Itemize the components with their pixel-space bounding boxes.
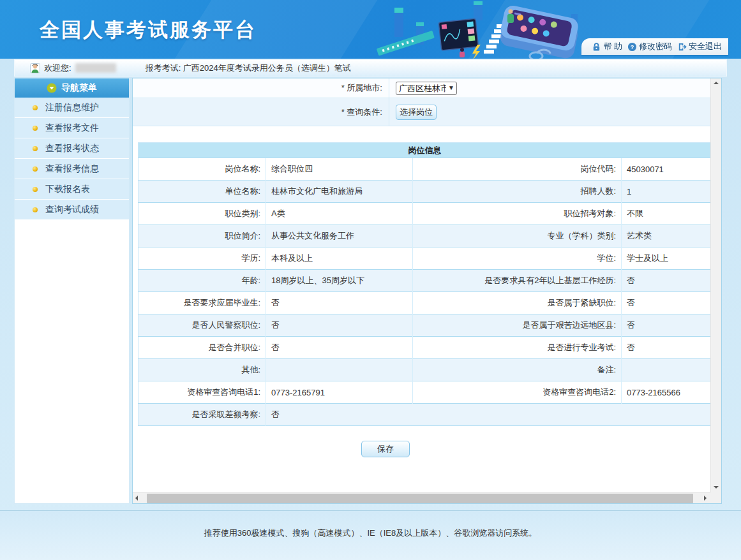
field-label: 职位招考对象: (413, 203, 622, 225)
exam-info: 报考考试: 广西2024年度考试录用公务员（选调生）笔试 (146, 63, 351, 74)
field-label: 职位类别: (138, 203, 266, 225)
field-value: 否 (266, 314, 413, 337)
bullet-icon (33, 105, 38, 110)
field-label: 是否属于紧缺职位: (413, 292, 622, 314)
city-select[interactable]: 广西区桂林市 (396, 82, 457, 95)
field-label: 是否属于艰苦边远地区县: (413, 314, 622, 337)
logout-button[interactable]: 安全退出 (677, 41, 722, 52)
exit-icon (677, 42, 687, 52)
field-label: 岗位代码: (413, 158, 622, 181)
bullet-icon (33, 187, 38, 192)
horizontal-scrollbar[interactable] (133, 492, 710, 503)
table-row: 其他:备注: (138, 359, 711, 381)
field-label: 是否人民警察职位: (138, 314, 266, 337)
sidebar: 导航菜单 注册信息维护 查看报考文件 查看报考状态 查看报考信息 下载报名表 查… (14, 78, 130, 504)
field-label: 单位名称: (138, 181, 266, 203)
main-panel: * 所属地市: 广西区桂林市 ▼ * 查询条件: 选择岗位 (132, 78, 722, 504)
nav-menu-header[interactable]: 导航菜单 (15, 78, 129, 98)
field-label: 是否要求应届毕业生: (138, 292, 266, 314)
user-avatar-icon (30, 63, 40, 73)
field-label: 职位简介: (138, 225, 266, 247)
scroll-right-arrow[interactable] (700, 493, 710, 504)
save-button[interactable]: 保存 (361, 441, 410, 457)
field-value: 否 (266, 292, 413, 314)
nav-menu-title: 导航菜单 (61, 82, 97, 94)
vertical-scrollbar[interactable] (710, 78, 721, 492)
sidebar-item-label: 下载报名表 (45, 184, 90, 195)
field-value: 否 (622, 270, 711, 292)
table-row: 职位简介:从事公共文化服务工作专业（学科）类别:艺术类 (138, 225, 711, 247)
bullet-icon (33, 126, 38, 131)
question-icon: ? (627, 42, 637, 52)
sidebar-item-label: 查看报考信息 (45, 163, 99, 175)
field-label: 年龄: (138, 270, 266, 292)
field-label: 备注: (413, 359, 622, 381)
form-row-query: * 查询条件: 选择岗位 (133, 98, 710, 126)
welcome-label: 欢迎您: (44, 63, 71, 74)
table-row: 学历:本科及以上学位:学士及以上 (138, 247, 711, 270)
field-value: 本科及以上 (266, 247, 413, 270)
table-row: 年龄:18周岁以上、35周岁以下是否要求具有2年以上基层工作经历:否 (138, 270, 711, 292)
help-button[interactable]: 帮 助 (592, 41, 622, 52)
field-value: A类 (266, 203, 413, 225)
field-label: 其他: (138, 359, 266, 381)
table-row: 资格审查咨询电话1:0773-2165791资格审查咨询电话2:0773-216… (138, 381, 711, 404)
scroll-up-arrow[interactable] (711, 78, 722, 89)
nav-list: 注册信息维护 查看报考文件 查看报考状态 查看报考信息 下载报名表 查询考试成绩 (15, 98, 129, 220)
sidebar-item-download-registration-form[interactable]: 下载报名表 (15, 179, 129, 200)
scroll-left-arrow[interactable] (133, 493, 144, 504)
bullet-icon (33, 207, 38, 212)
change-password-button[interactable]: ? 修改密码 (627, 41, 672, 52)
table-row: 是否人民警察职位:否是否属于艰苦边远地区县:否 (138, 314, 711, 337)
table-row: 是否合并职位:否是否进行专业考试:否 (138, 337, 711, 359)
field-label: 是否要求具有2年以上基层工作经历: (413, 270, 622, 292)
position-info-table: 岗位信息 岗位名称:综合职位四岗位代码:45030071 单位名称:桂林市文化广… (138, 142, 710, 426)
main-content: * 所属地市: 广西区桂林市 ▼ * 查询条件: 选择岗位 (133, 78, 710, 492)
field-value: 否 (622, 292, 711, 314)
change-password-label: 修改密码 (639, 41, 672, 52)
field-value: 否 (266, 404, 711, 426)
field-label: 资格审查咨询电话2: (413, 381, 622, 404)
city-field-label: * 所属地市: (133, 78, 389, 98)
field-label: 招聘人数: (413, 181, 622, 203)
field-label: 资格审查咨询电话1: (138, 381, 266, 404)
page: 全国人事考试服务平台 (0, 0, 741, 560)
chevron-down-circle-icon (47, 83, 57, 93)
sidebar-item-label: 注册信息维护 (45, 102, 99, 114)
scroll-down-arrow[interactable] (711, 482, 722, 492)
table-row: 是否要求应届毕业生:否是否属于紧缺职位:否 (138, 292, 711, 314)
table-title-row: 岗位信息 (138, 143, 711, 158)
field-value: 不限 (622, 203, 711, 225)
sidebar-item-registration-info[interactable]: 注册信息维护 (15, 98, 129, 118)
sidebar-item-label: 查看报考状态 (45, 143, 99, 154)
table-row: 职位类别:A类职位招考对象:不限 (138, 203, 711, 225)
table-row-span: 是否采取差额考察:否 (138, 404, 711, 426)
field-value: 学士及以上 (622, 247, 711, 270)
lock-icon (592, 42, 601, 52)
sidebar-item-view-application-status[interactable]: 查看报考状态 (15, 138, 129, 159)
select-position-button[interactable]: 选择岗位 (396, 105, 437, 120)
query-field-label: * 查询条件: (133, 98, 389, 126)
sidebar-item-label: 查看报考文件 (45, 122, 99, 134)
field-label: 是否合并职位: (138, 337, 266, 359)
field-value (266, 359, 413, 381)
table-row: 单位名称:桂林市文化广电和旅游局招聘人数:1 (138, 181, 711, 203)
field-value: 艺术类 (622, 225, 711, 247)
form-row-city: * 所属地市: 广西区桂林市 ▼ (133, 78, 710, 98)
username-redacted (75, 63, 116, 73)
field-value: 18周岁以上、35周岁以下 (266, 270, 413, 292)
logout-label: 安全退出 (689, 41, 722, 52)
utility-bar: 帮 助 ? 修改密码 安全退出 (581, 38, 728, 55)
sidebar-item-view-application-info[interactable]: 查看报考信息 (15, 159, 129, 179)
browser-recommendation-text: 推荐使用360极速模式、搜狗（高速模式）、IE（IE8及以上版本）、谷歌浏览器访… (0, 527, 741, 539)
horizontal-scroll-thumb[interactable] (147, 494, 693, 503)
sidebar-item-query-exam-results[interactable]: 查询考试成绩 (15, 200, 129, 220)
sidebar-item-view-exam-documents[interactable]: 查看报考文件 (15, 118, 129, 138)
field-label: 专业（学科）类别: (413, 225, 622, 247)
field-value (622, 359, 711, 381)
table-row: 岗位名称:综合职位四岗位代码:45030071 (138, 158, 711, 181)
field-value: 否 (622, 337, 711, 359)
field-label: 学历: (138, 247, 266, 270)
field-label: 岗位名称: (138, 158, 266, 181)
header-illustration (377, 0, 594, 59)
